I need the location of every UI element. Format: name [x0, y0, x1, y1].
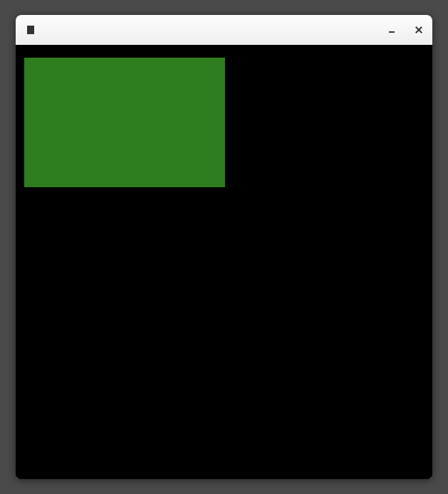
close-button[interactable] — [414, 25, 424, 35]
window-controls — [387, 25, 424, 35]
app-icon — [27, 26, 34, 34]
title-bar[interactable] — [16, 15, 432, 45]
application-window — [16, 15, 432, 479]
minimize-button[interactable] — [387, 25, 397, 35]
minimize-icon — [389, 31, 395, 33]
close-icon — [415, 26, 423, 34]
canvas-area — [16, 45, 432, 479]
green-rectangle — [24, 58, 225, 187]
